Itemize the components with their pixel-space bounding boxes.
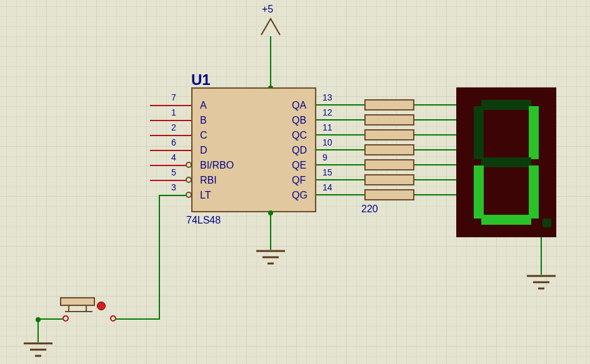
pin-num: 11: [322, 122, 332, 132]
pin-name: C: [200, 130, 208, 141]
resistor-value: 220: [361, 204, 378, 215]
resistor[interactable]: [364, 174, 414, 185]
seven-seg-display[interactable]: [456, 87, 556, 237]
switch-terminal: [110, 315, 116, 322]
ground-icon: [256, 250, 285, 268]
wire: [414, 194, 456, 195]
pin-num: 10: [322, 137, 332, 147]
wire: [38, 318, 62, 320]
switch-body: [60, 297, 95, 306]
resistor[interactable]: [364, 144, 414, 155]
wire: [414, 149, 456, 150]
pin-num: 7: [171, 92, 176, 102]
seg-d: [481, 215, 531, 225]
wire: [150, 135, 191, 136]
wire: [159, 195, 160, 320]
wire: [150, 105, 191, 106]
resistor[interactable]: [364, 129, 414, 140]
resistor[interactable]: [364, 114, 414, 125]
wire: [159, 195, 186, 196]
pin-num: 12: [322, 107, 332, 117]
seg-dp: [542, 219, 551, 227]
wire: [316, 179, 364, 180]
pin-num: 9: [322, 152, 328, 162]
wire: [414, 179, 456, 180]
pin-num: 2: [171, 122, 176, 132]
pin-num: 13: [322, 92, 332, 102]
wire: [414, 134, 456, 135]
pin-name: RBI: [200, 175, 217, 186]
wire: [414, 104, 456, 106]
switch-terminal: [62, 315, 69, 322]
wire: [316, 104, 364, 106]
wire: [541, 237, 542, 275]
resistor[interactable]: [364, 159, 414, 170]
pin-name: BI/RBO: [200, 160, 234, 171]
inversion-bubble-icon: [186, 192, 192, 198]
seg-g: [481, 157, 531, 167]
wire: [316, 194, 364, 195]
power-label: +5: [262, 4, 273, 15]
seg-f: [474, 106, 484, 159]
ground-icon: [24, 342, 52, 361]
ic-part: 74LS48: [186, 215, 221, 226]
pin-name: QE: [292, 160, 306, 171]
pin-name: B: [200, 115, 207, 126]
seg-e: [474, 165, 484, 219]
resistor[interactable]: [364, 99, 414, 111]
wire: [316, 134, 364, 135]
pin-name: QA: [292, 100, 306, 111]
wire: [150, 150, 191, 151]
pin-num: 5: [171, 167, 176, 177]
inversion-bubble-icon: [186, 162, 192, 168]
pin-name: QC: [292, 130, 307, 141]
switch-actuator-button[interactable]: [97, 302, 106, 310]
wire: [150, 120, 191, 121]
wire: [116, 318, 160, 320]
pin-num: 6: [171, 137, 176, 147]
ground-icon: [527, 275, 556, 293]
power-arrow-icon: [260, 16, 281, 37]
wire: [316, 119, 364, 121]
pin-num: 3: [171, 182, 176, 192]
pin-name: QF: [292, 175, 306, 186]
pin-name: D: [200, 145, 208, 156]
wire: [414, 119, 456, 121]
inversion-bubble-icon: [186, 177, 192, 183]
wire: [38, 318, 39, 342]
seg-c: [529, 165, 539, 219]
pin-name: QD: [292, 145, 307, 156]
wire: [316, 164, 364, 165]
pin-name: A: [200, 100, 207, 111]
pin-name: QG: [292, 190, 308, 201]
wire: [270, 212, 271, 250]
seg-a: [481, 100, 531, 110]
switch-arm: [65, 311, 92, 312]
pin-name: LT: [200, 190, 211, 201]
pin-name: QB: [292, 115, 306, 126]
wire: [270, 36, 271, 87]
seg-b: [529, 106, 539, 159]
wire: [150, 180, 186, 181]
pin-num: 4: [171, 152, 176, 162]
pin-num: 15: [322, 167, 332, 177]
wire: [316, 149, 364, 150]
pin-num: 1: [171, 107, 176, 117]
pin-num: 14: [322, 182, 332, 192]
ic-ref: U1: [191, 71, 211, 89]
wire: [150, 165, 186, 166]
resistor[interactable]: [364, 189, 414, 200]
wire: [414, 164, 456, 165]
